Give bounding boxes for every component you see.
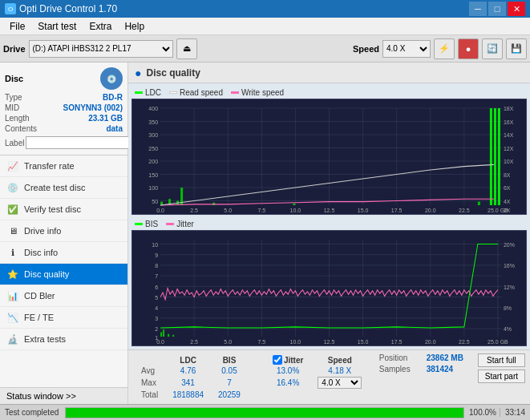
status-window-button[interactable]: Status window >> — [0, 387, 127, 404]
svg-text:10X: 10X — [504, 158, 514, 165]
sidebar-label-drive-info: Drive info — [24, 226, 61, 236]
bottom-bar: Test completed 100.0% 33:14 — [0, 404, 530, 420]
drive-select[interactable]: (D:) ATAPI iHBS312 2 PL17 — [29, 40, 173, 58]
chart1-svg: 400 350 300 250 200 150 100 50 18X 16X 1… — [132, 99, 526, 214]
svg-text:0.0: 0.0 — [156, 206, 164, 213]
sidebar-label-create-test-disc: Create test disc — [24, 183, 85, 192]
verify-test-disc-icon: ✅ — [6, 203, 19, 216]
svg-text:7: 7 — [155, 273, 158, 280]
chart2-container: BIS Jitter — [131, 218, 527, 346]
eject-button[interactable]: ⏏ — [176, 38, 197, 59]
close-button[interactable]: ✕ — [508, 2, 525, 16]
max-label: Max — [135, 377, 164, 389]
disc-info-icon: ℹ — [6, 246, 19, 259]
svg-text:17.5: 17.5 — [391, 206, 403, 213]
jitter-checkbox[interactable] — [273, 355, 282, 365]
legend-write-speed-label: Write speed — [241, 88, 284, 97]
svg-text:25.0 GB: 25.0 GB — [488, 206, 508, 213]
jitter-label: Jitter — [284, 356, 303, 365]
disc-length-row: Length 23.31 GB — [5, 114, 123, 123]
chart1-legend: LDC Read speed Write speed — [131, 87, 527, 99]
sidebar-item-transfer-rate[interactable]: 📈 Transfer rate — [0, 155, 127, 177]
svg-text:20.0: 20.0 — [425, 337, 436, 345]
sidebar-label-verify-test-disc: Verify test disc — [24, 204, 81, 214]
disc-contents-row: Contents data — [5, 124, 123, 133]
menu-extra[interactable]: Extra — [83, 19, 118, 34]
cd-bler-icon: 📊 — [6, 289, 19, 302]
disc-type-label: Type — [5, 93, 22, 102]
sidebar-item-disc-quality[interactable]: ⭐ Disc quality — [0, 264, 127, 285]
speed-section: Speed 4.0 X ⚡ ● 🔄 💾 — [353, 38, 527, 59]
maximize-button[interactable]: □ — [488, 2, 506, 16]
progress-percent: 100.0% — [466, 408, 500, 417]
samples-value: 381424 — [427, 365, 453, 374]
jitter-checkbox-label[interactable]: Jitter — [273, 355, 303, 365]
position-label: Position — [379, 353, 423, 362]
app-title: Opti Drive Control 1.70 — [19, 3, 117, 14]
stats-right: Position 23862 MB Samples 381424 — [379, 353, 463, 374]
titlebar-controls[interactable]: ─ □ ✕ — [469, 2, 525, 16]
svg-rect-105 — [168, 334, 169, 337]
speed-select[interactable]: 4.0 X — [382, 40, 431, 58]
legend-read-speed: Read speed — [169, 88, 223, 97]
svg-text:2.5: 2.5 — [190, 337, 198, 345]
minimize-button[interactable]: ─ — [469, 2, 487, 16]
max-bis: 7 — [212, 377, 247, 389]
svg-text:10.0: 10.0 — [290, 206, 301, 213]
sidebar-item-create-test-disc[interactable]: 💿 Create test disc — [0, 177, 127, 199]
menu-file[interactable]: File — [3, 19, 31, 34]
svg-rect-55 — [494, 108, 496, 205]
speed-select-stats[interactable]: 4.0 X — [318, 377, 362, 389]
speed-icon2[interactable]: ● — [458, 38, 479, 59]
svg-text:7.5: 7.5 — [257, 337, 265, 345]
fe-te-icon: 📉 — [6, 311, 19, 324]
speed-icon1[interactable]: ⚡ — [434, 38, 455, 59]
svg-text:22.5: 22.5 — [459, 337, 470, 345]
start-part-button[interactable]: Start part — [478, 370, 525, 383]
status-text: Test completed — [0, 408, 63, 417]
disc-label-input[interactable] — [26, 136, 132, 149]
disc-type-value: BD-R — [103, 93, 123, 102]
sidebar-item-fe-te[interactable]: 📉 FE / TE — [0, 307, 127, 329]
content-area: ● Disc quality LDC Read speed — [128, 63, 530, 404]
svg-text:4%: 4% — [504, 325, 512, 333]
drive-section: Drive (D:) ATAPI iHBS312 2 PL17 ⏏ — [3, 38, 197, 59]
chart-area: LDC Read speed Write speed — [128, 83, 530, 349]
svg-text:100: 100 — [148, 184, 158, 192]
avg-speed: 4.18 X — [311, 366, 368, 375]
disc-mid-row: MID SONYNN3 (002) — [5, 103, 123, 112]
svg-text:350: 350 — [148, 118, 158, 125]
position-value: 23862 MB — [427, 353, 463, 362]
svg-text:8%: 8% — [504, 305, 512, 312]
chart1: 400 350 300 250 200 150 100 50 18X 16X 1… — [131, 99, 527, 215]
topbar: Drive (D:) ATAPI iHBS312 2 PL17 ⏏ Speed … — [0, 35, 530, 63]
sidebar-item-cd-bler[interactable]: 📊 CD Bler — [0, 285, 127, 307]
sidebar: Disc 💿 Type BD-R MID SONYNN3 (002) Lengt… — [0, 63, 128, 404]
sidebar-item-extra-tests[interactable]: 🔬 Extra tests — [0, 329, 127, 350]
start-full-button[interactable]: Start full — [478, 353, 525, 367]
svg-text:6: 6 — [155, 283, 158, 290]
drive-info-icon: 🖥 — [6, 224, 19, 237]
menu-help[interactable]: Help — [118, 19, 151, 34]
disc-header: Disc 💿 — [5, 67, 123, 90]
sidebar-item-disc-info[interactable]: ℹ Disc info — [0, 242, 127, 264]
speed-icon3[interactable]: 🔄 — [482, 38, 503, 59]
disc-length-value: 23.31 GB — [88, 114, 123, 123]
svg-rect-54 — [490, 108, 492, 205]
svg-text:10.0: 10.0 — [290, 337, 301, 345]
menu-starttest[interactable]: Start test — [31, 19, 83, 34]
speed-icon4[interactable]: 💾 — [506, 38, 527, 59]
legend-read-speed-label: Read speed — [180, 88, 223, 97]
disc-mid-value: SONYNN3 (002) — [63, 103, 123, 112]
disc-length-label: Length — [5, 114, 30, 123]
svg-text:7.5: 7.5 — [257, 206, 265, 213]
sidebar-item-verify-test-disc[interactable]: ✅ Verify test disc — [0, 199, 127, 220]
svg-text:15.0: 15.0 — [358, 206, 369, 213]
max-jitter: 16.4% — [266, 377, 310, 389]
svg-rect-104 — [163, 329, 164, 337]
sidebar-item-drive-info[interactable]: 🖥 Drive info — [0, 220, 127, 242]
content-header: ● Disc quality — [128, 63, 530, 83]
sidebar-label-transfer-rate: Transfer rate — [24, 161, 75, 171]
chart2-legend: BIS Jitter — [131, 218, 527, 230]
legend-jitter: Jitter — [166, 220, 194, 228]
